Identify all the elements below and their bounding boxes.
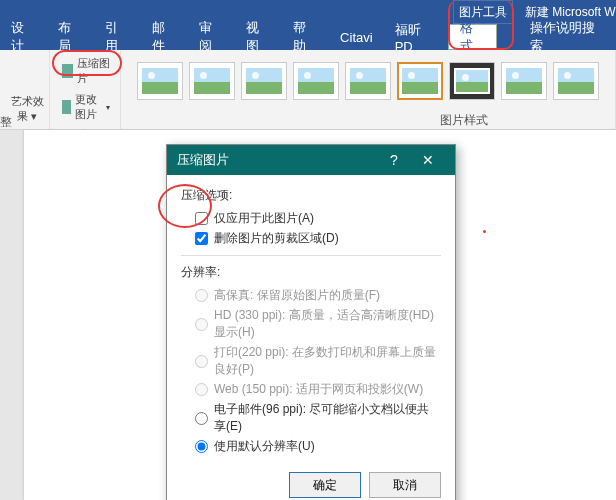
tab-format[interactable]: 格式 — [448, 24, 497, 50]
tab-view[interactable]: 视图 — [235, 24, 282, 50]
res-default-label: 使用默认分辨率(U) — [214, 438, 315, 455]
dialog-titlebar[interactable]: 压缩图片 ? ✕ — [167, 145, 455, 175]
ok-button[interactable]: 确定 — [289, 472, 361, 498]
res-email-radio[interactable] — [195, 412, 208, 425]
picture-style-thumb[interactable] — [449, 62, 495, 100]
compress-pictures-label: 压缩图片 — [77, 56, 110, 86]
picture-style-thumb[interactable] — [137, 62, 183, 100]
apply-only-row[interactable]: 仅应用于此图片(A) — [195, 210, 441, 227]
delete-crop-row[interactable]: 删除图片的剪裁区域(D) — [195, 230, 441, 247]
picture-style-thumb[interactable] — [501, 62, 547, 100]
tab-help[interactable]: 帮助 — [282, 24, 329, 50]
chevron-down-icon: ▾ — [106, 103, 110, 112]
change-picture-button[interactable]: 更改图片 ▾ — [58, 90, 114, 124]
apply-only-checkbox[interactable] — [195, 212, 208, 225]
res-hd-row: HD (330 ppi): 高质量，适合高清晰度(HD)显示(H) — [195, 307, 441, 341]
tab-references[interactable]: 引用 — [94, 24, 141, 50]
picture-styles-gallery — [127, 54, 609, 108]
res-web-row: Web (150 ppi): 适用于网页和投影仪(W) — [195, 381, 441, 398]
adjust-group-label: 整 — [0, 114, 12, 131]
ribbon: 艺术效果 ▾ 压缩图片 更改图片 ▾ 重置图片 ▾ — [0, 50, 616, 130]
compress-icon — [62, 64, 73, 78]
dialog-title: 压缩图片 — [177, 151, 229, 169]
delete-crop-checkbox[interactable] — [195, 232, 208, 245]
change-picture-label: 更改图片 — [75, 92, 103, 122]
compress-options-label: 压缩选项: — [181, 187, 441, 204]
res-hifi-radio — [195, 289, 208, 302]
tab-tell-me[interactable]: 操作说明搜索 — [519, 24, 616, 50]
res-print-radio — [195, 355, 208, 368]
apply-only-label: 仅应用于此图片(A) — [214, 210, 314, 227]
picture-style-thumb[interactable] — [553, 62, 599, 100]
change-picture-icon — [62, 100, 71, 114]
res-web-radio — [195, 383, 208, 396]
compress-pictures-dialog: 压缩图片 ? ✕ 压缩选项: 仅应用于此图片(A) 删除图片的剪裁区域(D) 分… — [166, 144, 456, 500]
dialog-close-button[interactable]: ✕ — [411, 152, 445, 168]
res-hifi-row: 高保真: 保留原始图片的质量(F) — [195, 287, 441, 304]
res-email-label: 电子邮件(96 ppi): 尽可能缩小文档以便共享(E) — [214, 401, 441, 435]
ribbon-tabs: 设计 布局 引用 邮件 审阅 视图 帮助 Citavi 福昕PD 格式 操作说明… — [0, 24, 616, 50]
resolution-label: 分辨率: — [181, 264, 441, 281]
res-web-label: Web (150 ppi): 适用于网页和投影仪(W) — [214, 381, 423, 398]
chevron-down-icon: ▾ — [31, 110, 37, 122]
tab-design[interactable]: 设计 — [0, 24, 47, 50]
annotation-dot — [483, 230, 486, 233]
tab-review[interactable]: 审阅 — [188, 24, 235, 50]
res-hd-label: HD (330 ppi): 高质量，适合高清晰度(HD)显示(H) — [214, 307, 441, 341]
picture-style-thumb[interactable] — [397, 62, 443, 100]
res-print-row: 打印(220 ppi): 在多数打印机和屏幕上质量良好(P) — [195, 344, 441, 378]
res-hifi-label: 高保真: 保留原始图片的质量(F) — [214, 287, 380, 304]
delete-crop-label: 删除图片的剪裁区域(D) — [214, 230, 339, 247]
document-title: 新建 Microsoft W — [525, 4, 616, 21]
picture-styles-group-label: 图片样式 — [440, 112, 488, 129]
artistic-effects-button[interactable]: 艺术效果 ▾ — [6, 94, 48, 124]
res-email-row[interactable]: 电子邮件(96 ppi): 尽可能缩小文档以便共享(E) — [195, 401, 441, 435]
res-print-label: 打印(220 ppi): 在多数打印机和屏幕上质量良好(P) — [214, 344, 441, 378]
picture-style-thumb[interactable] — [189, 62, 235, 100]
cancel-button[interactable]: 取消 — [369, 472, 441, 498]
dialog-help-button[interactable]: ? — [377, 152, 411, 168]
tab-mailings[interactable]: 邮件 — [141, 24, 188, 50]
compress-pictures-button[interactable]: 压缩图片 — [58, 54, 114, 88]
res-hd-radio — [195, 318, 208, 331]
tab-layout[interactable]: 布局 — [47, 24, 94, 50]
tab-citavi[interactable]: Citavi — [329, 24, 384, 50]
res-default-radio[interactable] — [195, 440, 208, 453]
picture-style-thumb[interactable] — [345, 62, 391, 100]
tab-foxit[interactable]: 福昕PD — [384, 24, 448, 50]
picture-style-thumb[interactable] — [241, 62, 287, 100]
artistic-effects-label: 艺术效果 — [11, 95, 44, 122]
picture-style-thumb[interactable] — [293, 62, 339, 100]
res-default-row[interactable]: 使用默认分辨率(U) — [195, 438, 441, 455]
